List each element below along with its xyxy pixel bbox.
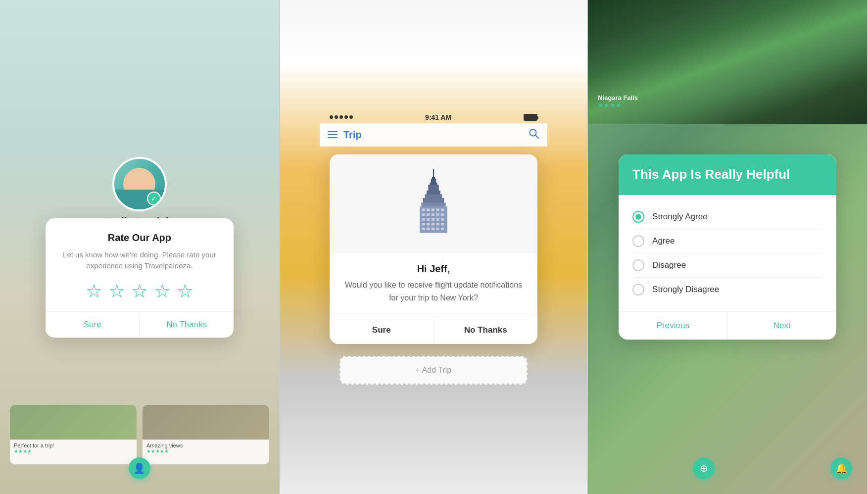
option-disagree[interactable]: Disagree [632, 253, 822, 278]
bg-card-1-text: Perfect for a trip! [14, 443, 133, 448]
avatar-badge: ✓ [147, 192, 161, 205]
rate-modal-description: Let us know how we're doing. Please rate… [61, 249, 218, 272]
avatar-section: ✓ Emily Daniels [104, 157, 175, 228]
svg-rect-4 [431, 179, 436, 183]
star-5[interactable]: ☆ [177, 282, 193, 300]
radio-agree[interactable] [632, 235, 644, 247]
search-icon[interactable] [529, 128, 539, 142]
star-4[interactable]: ☆ [154, 282, 171, 300]
fab-right[interactable]: 🔔 [830, 457, 852, 479]
radio-strongly-disagree[interactable] [632, 284, 644, 296]
bg-card-2-stars: ★★★★★ [146, 448, 265, 454]
fab-right-icon: 🔔 [835, 462, 848, 474]
svg-line-1 [535, 135, 538, 138]
survey-action-row: Previous Next [619, 311, 836, 340]
svg-rect-9 [423, 198, 444, 203]
no-thanks-button[interactable]: No Thanks [140, 312, 234, 338]
svg-rect-16 [441, 208, 444, 211]
building-icon [404, 169, 463, 244]
sure-button[interactable]: Sure [46, 312, 140, 338]
star-1[interactable]: ☆ [86, 282, 102, 300]
notification-actions: Sure No Thanks [330, 316, 537, 344]
bg-card-1-stars: ★★★★ [14, 448, 133, 454]
option-agree[interactable]: Agree [632, 229, 822, 253]
hb-line-2 [328, 134, 338, 135]
svg-rect-12 [422, 208, 425, 211]
panel1-content: ✓ Emily Daniels Rate Our App Let us know… [0, 157, 279, 338]
label-agree: Agree [652, 236, 675, 246]
radio-disagree[interactable] [632, 259, 644, 271]
sure-button-notif[interactable]: Sure [330, 316, 434, 344]
no-thanks-button-notif[interactable]: No Thanks [434, 316, 538, 344]
svg-rect-25 [436, 218, 439, 220]
svg-rect-28 [427, 223, 430, 225]
hb-line-3 [328, 137, 338, 138]
time-display: 9:41 AM [425, 113, 451, 121]
photo-stars: ★★★★ [598, 101, 638, 109]
dot-4 [344, 115, 348, 119]
rate-app-modal: Rate Our App Let us know how we're doing… [46, 218, 234, 338]
svg-rect-32 [422, 228, 425, 230]
svg-rect-18 [427, 213, 430, 216]
svg-rect-30 [436, 223, 439, 225]
hb-line-1 [328, 131, 338, 132]
rate-modal-title: Rate Our App [61, 232, 218, 244]
panel-rate-app: Perfect for a trip! ★★★★ Amazing views ★… [0, 0, 280, 494]
fab-left-icon: ⊕ [700, 462, 708, 474]
greeting-text: Hi Jeff, [344, 263, 523, 275]
add-trip-button[interactable]: + Add Trip [339, 356, 528, 385]
svg-rect-15 [436, 208, 439, 211]
panel2-content: 9:41 AM Trip [320, 109, 547, 385]
hamburger-icon[interactable] [328, 131, 338, 138]
radio-strongly-agree[interactable] [632, 211, 644, 223]
svg-rect-17 [422, 213, 425, 216]
dot-5 [349, 115, 353, 119]
photo-label: Niagara Falls ★★★★ [598, 94, 638, 109]
svg-rect-35 [436, 228, 439, 230]
svg-rect-21 [441, 213, 444, 216]
notification-modal-body: Hi Jeff, Would you like to receive fligh… [330, 253, 537, 304]
survey-title: This App Is Really Helpful [632, 166, 822, 183]
bg-card-1: Perfect for a trip! ★★★★ [10, 405, 137, 464]
phone-top: 9:41 AM Trip [320, 109, 547, 147]
star-2[interactable]: ☆ [108, 282, 125, 300]
status-bar: 9:41 AM [320, 109, 547, 123]
background-cards: Perfect for a trip! ★★★★ Amazing views ★… [10, 405, 269, 464]
dot-3 [339, 115, 343, 119]
svg-rect-13 [427, 208, 430, 211]
panel3-content: This App Is Really Helpful Strongly Agre… [619, 154, 836, 340]
svg-rect-31 [441, 223, 444, 225]
building-image-area [330, 154, 537, 253]
option-strongly-disagree[interactable]: Strongly Disagree [632, 278, 822, 301]
rate-modal-body: Rate Our App Let us know how we're doing… [46, 218, 234, 300]
option-strongly-agree[interactable]: Strongly Agree [632, 205, 822, 229]
svg-rect-7 [427, 191, 440, 195]
panel-survey: Niagara Falls ★★★★ ⊕ 🔔 This App Is Reall… [588, 0, 868, 494]
nav-title: Trip [343, 129, 362, 141]
survey-header: This App Is Really Helpful [619, 154, 836, 195]
signal-dots [330, 115, 353, 119]
nav-bar: Trip [320, 123, 547, 147]
fab-button[interactable]: 👤 [129, 457, 150, 479]
svg-rect-29 [432, 223, 434, 225]
stars-rating[interactable]: ☆ ☆ ☆ ☆ ☆ [61, 282, 218, 300]
dot-2 [335, 115, 338, 119]
svg-rect-27 [422, 223, 425, 225]
battery-icon [524, 114, 537, 121]
svg-rect-22 [422, 218, 425, 220]
previous-button[interactable]: Previous [619, 312, 728, 340]
svg-rect-8 [425, 194, 442, 198]
dot-1 [330, 115, 333, 119]
svg-rect-2 [433, 169, 434, 178]
survey-options: Strongly Agree Agree Disagree Strongly D… [619, 195, 836, 311]
fab-left[interactable]: ⊕ [693, 457, 715, 479]
add-trip-section[interactable]: + Add Trip [339, 356, 528, 385]
star-3[interactable]: ☆ [131, 282, 148, 300]
svg-rect-33 [427, 228, 430, 230]
battery-area [524, 114, 537, 121]
fab-icon: 👤 [133, 462, 145, 474]
bg-card-2: Amazing views ★★★★★ [143, 405, 269, 464]
bg-card-2-text: Amazing views [146, 443, 265, 448]
next-button[interactable]: Next [728, 312, 837, 340]
svg-rect-14 [432, 208, 434, 211]
